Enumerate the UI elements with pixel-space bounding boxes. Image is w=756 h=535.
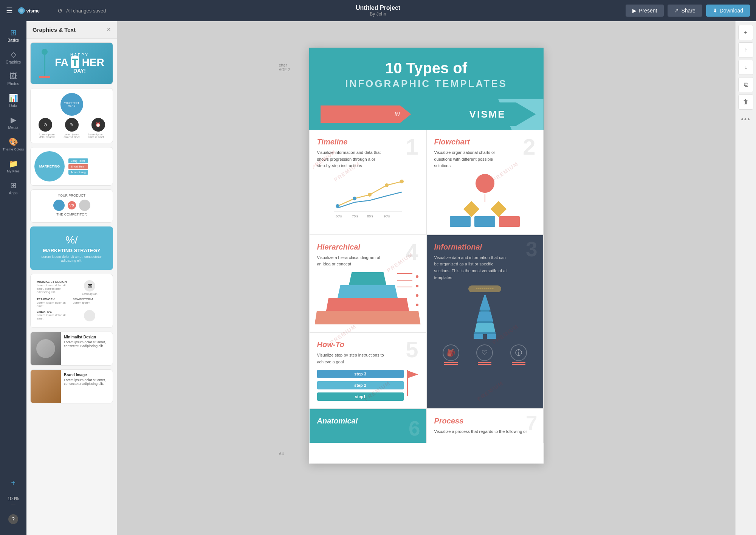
pyramid-dot-1 <box>416 275 418 278</box>
info-ribbon: ~~~~~~~~~ <box>468 285 501 292</box>
sidebar-item-basics[interactable]: ⊞ Basics <box>0 24 26 46</box>
template-mindmap[interactable]: YOUR TEXT HERE ⊙ ✎ ⏰ Lorem ipsumdolor si… <box>30 88 113 143</box>
howto-number: 5 <box>406 338 418 361</box>
project-name: Untitled Project <box>356 5 400 11</box>
arrow-visme-text: VISME <box>469 109 506 120</box>
infographic-canvas[interactable]: 10 Types of INFOGRAPHIC TEMPLATES VISME <box>309 48 544 464</box>
howto-steps: step 3 step 2 step1 <box>317 370 404 401</box>
timeline-desc: Visualize information and data that show… <box>317 149 385 169</box>
theme-colors-icon: 🎨 <box>9 137 18 146</box>
brand-content: Brand Image Lorem ipsum dolor sit amet, … <box>61 370 113 403</box>
undo-icon[interactable]: ↺ <box>57 7 62 14</box>
howto-desc: Visualize step by step instructions to a… <box>317 352 385 365</box>
sidebar-item-my-files[interactable]: 📁 My Files <box>0 155 26 177</box>
template-teamwork[interactable]: MINIMALIST DESIGNLorem ipsum dolor sit a… <box>30 274 113 328</box>
step-bar-2: step 2 <box>317 381 404 389</box>
marketing-circle: MARKETING <box>34 151 65 181</box>
flowchart-number: 2 <box>523 136 535 158</box>
content-grid: 1 Timeline Visualize information and dat… <box>309 130 544 443</box>
graphics-icon: ◇ <box>11 50 16 59</box>
svg-text:visme: visme <box>26 8 40 14</box>
panel-close-button[interactable]: × <box>107 26 111 34</box>
rt-move-down-button[interactable]: ↓ <box>738 60 753 75</box>
canvas-wrapper: PAGE 1 etter AGE 2 A4 10 Types of <box>309 36 544 464</box>
zoom-label: 100% <box>8 496 19 501</box>
add-page-button[interactable]: + <box>0 475 26 492</box>
hierarchical-number: 4 <box>406 241 418 264</box>
anatomical-number: 6 <box>409 418 420 439</box>
red-arrow: IN <box>321 105 411 123</box>
sidebar-item-data[interactable]: 📊 Data <box>0 90 26 112</box>
brand-desc: Lorem ipsum dolor sit amet, consectetur … <box>64 378 110 386</box>
media-label: Media <box>8 126 18 130</box>
fc-box-row <box>450 216 520 227</box>
rt-more-button[interactable]: ••• <box>738 112 753 127</box>
sidebar-item-media[interactable]: ▶ Media <box>0 112 26 133</box>
marketing-bars: Long Term Short Ten Advertising <box>68 158 88 175</box>
graphics-text-panel: Graphics & Text × HAPPY FA T HER D <box>26 21 117 535</box>
graphics-label: Graphics <box>6 60 21 64</box>
teamwork-icon-2 <box>84 310 95 321</box>
teamwork-icons-2 <box>73 310 107 321</box>
topbar: ☰ visme ↺ All changes saved Untitled Pro… <box>0 0 756 21</box>
fc-top-circle <box>476 174 494 193</box>
minimalist-image <box>31 332 61 365</box>
template-brand-image[interactable]: Brand Image Lorem ipsum dolor sit amet, … <box>30 369 113 403</box>
timeline-title: Timeline <box>317 138 418 146</box>
apps-label: Apps <box>9 191 18 195</box>
pyramid-row-3 <box>326 298 409 312</box>
mindmap-node-1: ⊙ <box>39 118 52 132</box>
pyramid-row-2 <box>338 285 398 299</box>
timeline-svg: 60's 70's 80's 90's <box>317 174 418 219</box>
sidebar-item-photos[interactable]: 🖼 Photos <box>0 68 26 90</box>
fc-box-3 <box>499 216 520 227</box>
sidebar-item-apps[interactable]: ⊞ Apps <box>0 177 26 199</box>
info-icon-line-3 <box>512 362 525 363</box>
template-marketing[interactable]: MARKETING Long Term Short Ten Advertisin… <box>30 147 113 186</box>
zoom-control[interactable]: 100% — <box>0 492 26 510</box>
project-by: By John <box>356 11 400 17</box>
template-fathers-day[interactable]: HAPPY FA T HER DAY! <box>30 42 113 84</box>
sidebar-item-theme-colors[interactable]: 🎨 Theme Colors <box>0 133 26 155</box>
sidebar-item-graphics[interactable]: ◇ Graphics <box>0 46 26 68</box>
pyramid-dot-3 <box>416 294 418 297</box>
theme-colors-label: Theme Colors <box>3 147 24 152</box>
template-marketing-strategy[interactable]: %/ MARKETING STRATEGY Lorem ipsum dolor … <box>30 226 113 270</box>
rt-delete-button[interactable]: 🗑 <box>738 95 753 110</box>
template-vs[interactable]: YOUR PRODUCT VS THE COMPETITOR <box>30 189 113 223</box>
rt-move-up-button[interactable]: ↑ <box>738 42 753 57</box>
svg-marker-17 <box>474 323 496 333</box>
rt-duplicate-button[interactable]: ⧉ <box>738 77 753 92</box>
step-3-label: step 3 <box>317 370 404 378</box>
template-minimalist-design[interactable]: Minimalist Design Lorem ipsum dolor sit … <box>30 332 113 366</box>
autosave-status: All changes saved <box>66 8 106 14</box>
fathers-day-t: T <box>71 56 79 68</box>
brand-image <box>31 370 61 403</box>
svg-marker-15 <box>477 312 493 322</box>
rt-delete-icon: 🗑 <box>743 99 749 105</box>
basics-icon: ⊞ <box>10 28 17 37</box>
cell-flowchart: 2 Flowchart Visualize organizational cha… <box>426 130 544 235</box>
teamwork-creative: CREATIVELorem ipsum dolor sit amet <box>37 310 71 321</box>
cell-hierarchical: 4 Hierarchical Visualize a hierarchical … <box>309 235 426 332</box>
present-button[interactable]: ▶ Present <box>626 5 664 17</box>
mindmap-center: YOUR TEXT HERE <box>60 93 83 116</box>
process-number: 7 <box>526 413 538 434</box>
menu-icon[interactable]: ☰ <box>6 6 13 15</box>
mindmap-labels: Lorem ipsumdolor sit amet Lorem ipsumdol… <box>35 133 108 138</box>
mindmap-center-text: YOUR TEXT HERE <box>60 100 83 109</box>
info-icon-circle-3: ⓘ <box>510 344 527 361</box>
svg-point-5 <box>353 197 356 200</box>
info-icon-line-2 <box>478 362 491 363</box>
share-label: Share <box>681 8 695 14</box>
panel-body[interactable]: HAPPY FA T HER DAY! YOUR TEXT HERE ⊙ ✎ <box>26 39 117 535</box>
share-button[interactable]: ↗ Share <box>668 5 702 17</box>
info-icon-line-1b <box>444 364 458 365</box>
help-button[interactable]: ? <box>0 510 26 529</box>
teamwork-icon-1: ✉ <box>84 280 95 292</box>
canvas-area[interactable]: PAGE 1 etter AGE 2 A4 10 Types of <box>117 21 735 535</box>
svg-point-8 <box>400 180 404 183</box>
download-button[interactable]: ⬇ Download <box>706 5 750 17</box>
info-icon-line-2b <box>478 364 491 365</box>
rt-add-button[interactable]: + <box>738 25 753 40</box>
